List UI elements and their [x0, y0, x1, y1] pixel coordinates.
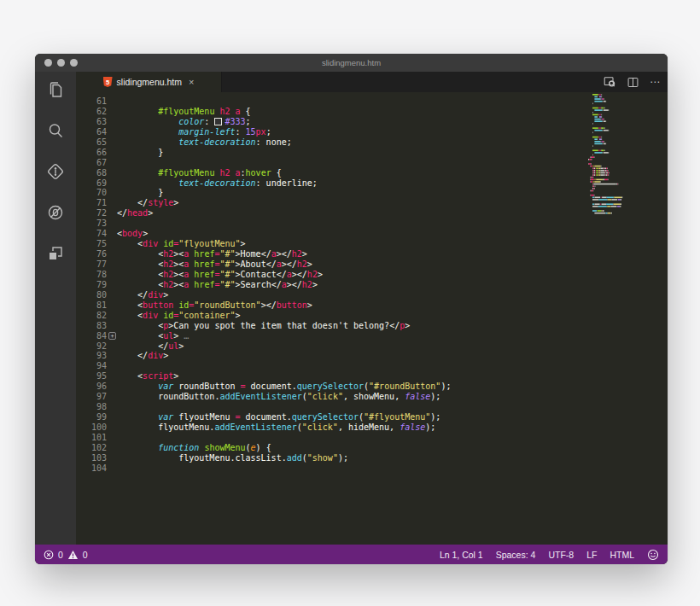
code-text: </ul>	[117, 341, 184, 352]
code-line: 104	[76, 463, 668, 474]
code-line: 74<body>	[76, 229, 668, 239]
fold-expand-icon[interactable]: +	[108, 332, 116, 340]
minimize-window-button[interactable]	[57, 59, 65, 67]
split-editor-icon[interactable]	[627, 76, 639, 89]
css-color-swatch	[214, 118, 222, 125]
code-line: 101	[76, 433, 668, 443]
line-number: 97	[76, 392, 107, 402]
debug-icon[interactable]	[44, 201, 67, 224]
code-line: 62 #flyoutMenu h2 a {	[76, 107, 668, 117]
fold-gutter	[107, 178, 117, 189]
line-number: 73	[76, 219, 107, 229]
code-text: #flyoutMenu h2 a {	[117, 107, 251, 117]
line-number: 103	[76, 453, 107, 463]
fold-gutter	[107, 148, 117, 158]
code-line: 95 <script>	[76, 371, 668, 382]
fold-gutter	[107, 463, 117, 474]
line-number: 101	[76, 433, 107, 443]
line-number: 75	[76, 239, 107, 249]
fold-gutter	[107, 382, 117, 392]
code-text: margin-left: 15px;	[117, 127, 271, 137]
line-number: 66	[76, 148, 107, 158]
tab-slidingmenu[interactable]: 5 slidingmenu.htm ×	[76, 72, 222, 92]
fold-gutter	[107, 311, 117, 321]
line-number: 74	[76, 229, 107, 239]
status-item-lf[interactable]: LF	[586, 550, 597, 560]
tab-close-icon[interactable]: ×	[189, 78, 194, 86]
code-text: flyoutMenu.classList.add("show");	[117, 453, 348, 463]
explorer-icon[interactable]	[44, 79, 67, 101]
code-line: 80 </div>	[76, 290, 668, 300]
line-number: 61	[76, 96, 107, 107]
line-number: 84	[76, 331, 107, 341]
code-editor[interactable]: 6162 #flyoutMenu h2 a {63 color: #333;64…	[76, 92, 668, 545]
line-number: 99	[76, 412, 107, 422]
error-count[interactable]: 0	[58, 550, 63, 560]
code-line: 68 #flyoutMenu h2 a:hover {	[76, 168, 668, 178]
fold-gutter	[107, 361, 117, 371]
activity-bar	[35, 72, 76, 545]
code-text: <h2><a href="#">Search</a></h2>	[117, 280, 318, 290]
warning-count[interactable]: 0	[83, 550, 88, 560]
code-line: 76 <h2><a href="#">Home</a></h2>	[76, 249, 668, 259]
fold-gutter	[107, 208, 117, 219]
minimap[interactable]	[588, 92, 636, 242]
line-number: 68	[76, 168, 107, 178]
title-bar[interactable]: slidingmenu.htm	[35, 54, 668, 72]
feedback-smiley-icon[interactable]	[647, 549, 659, 561]
line-number: 67	[76, 158, 107, 168]
code-line: 73	[76, 219, 668, 229]
tab-bar: 5 slidingmenu.htm ×	[76, 72, 668, 92]
code-text: roundButton.addEventListener("click", sh…	[117, 392, 440, 402]
fold-gutter	[107, 453, 117, 463]
status-item-spaces-4[interactable]: Spaces: 4	[496, 550, 536, 560]
line-number: 104	[76, 463, 107, 474]
status-item-utf-8[interactable]: UTF-8	[548, 550, 574, 560]
code-text: function showMenu(e) {	[117, 443, 271, 453]
code-line: 78 <h2><a href="#">Contact</a></h2>	[76, 270, 668, 280]
fold-gutter	[107, 371, 117, 382]
error-circle-icon[interactable]	[44, 550, 54, 560]
traffic-lights	[44, 59, 78, 67]
fold-gutter	[107, 107, 117, 117]
code-line: 64 margin-left: 15px;	[76, 127, 668, 137]
window-title: slidingmenu.htm	[322, 58, 381, 67]
code-line: 81 <button id="roundButton"></button>	[76, 300, 668, 311]
search-icon[interactable]	[44, 119, 67, 142]
fold-gutter	[107, 188, 117, 198]
source-control-icon[interactable]	[44, 160, 67, 183]
code-line: 69 text-decoration: underline;	[76, 178, 668, 189]
code-line: 99 var flyoutMenu = document.querySelect…	[76, 412, 668, 422]
code-text: <ul> …	[117, 331, 189, 341]
code-line: 102 function showMenu(e) {	[76, 443, 668, 453]
code-line: 92 </ul>	[76, 341, 668, 352]
fold-gutter	[107, 290, 117, 300]
status-item-html[interactable]: HTML	[610, 550, 634, 560]
more-actions-icon[interactable]: ⋯	[650, 78, 661, 86]
code-text: var roundButton = document.querySelector…	[117, 382, 451, 392]
fold-gutter	[107, 443, 117, 453]
fold-gutter	[107, 321, 117, 331]
status-item-ln-1-col-1[interactable]: Ln 1, Col 1	[440, 550, 483, 560]
line-number: 81	[76, 300, 107, 311]
code-line: 96 var roundButton = document.querySelec…	[76, 382, 668, 392]
code-text: </div>	[117, 290, 168, 300]
fold-gutter	[107, 351, 117, 361]
code-line: 103 flyoutMenu.classList.add("show");	[76, 453, 668, 463]
line-number: 65	[76, 137, 107, 148]
fold-gutter	[107, 158, 117, 168]
open-preview-icon[interactable]	[603, 75, 616, 89]
code-line: 65 text-decoration: none;	[76, 137, 668, 148]
zoom-window-button[interactable]	[70, 59, 78, 67]
line-number: 63	[76, 117, 107, 127]
code-line: 75 <div id="flyoutMenu">	[76, 239, 668, 249]
code-text: <body>	[117, 229, 148, 239]
close-window-button[interactable]	[44, 59, 52, 67]
code-text: <div id="container">	[117, 311, 241, 321]
line-number: 92	[76, 341, 107, 352]
warning-triangle-icon[interactable]	[67, 550, 79, 560]
fold-gutter	[107, 198, 117, 208]
line-number: 102	[76, 443, 107, 453]
line-number: 80	[76, 290, 107, 300]
extensions-icon[interactable]	[44, 242, 67, 265]
